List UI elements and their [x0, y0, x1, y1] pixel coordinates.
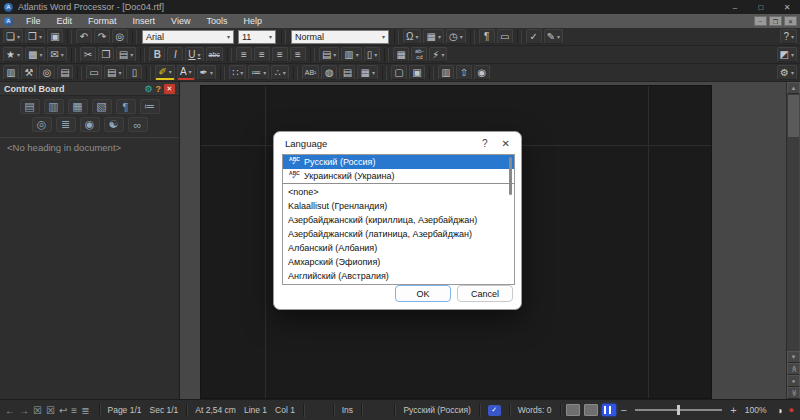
- menu-edit[interactable]: Edit: [49, 14, 81, 28]
- save-special-button[interactable]: ▩: [25, 47, 45, 62]
- status-section[interactable]: Sec 1/1: [150, 405, 179, 415]
- insert-table-button[interactable]: ▦: [357, 65, 377, 80]
- insert-field-button[interactable]: ▤: [339, 65, 355, 80]
- help-button[interactable]: ?: [780, 29, 797, 44]
- languages-pane-button[interactable]: ☯: [104, 117, 124, 132]
- attachments-pane-button[interactable]: ∞: [128, 117, 148, 132]
- cut-button[interactable]: ✂: [80, 47, 96, 62]
- close-button[interactable]: ✕: [774, 0, 800, 14]
- zoom-out-icon[interactable]: −: [618, 404, 628, 416]
- find-button[interactable]: ◎: [112, 29, 128, 44]
- full-screen-button[interactable]: ▭: [497, 29, 513, 44]
- panel-help-icon[interactable]: ?: [156, 84, 162, 94]
- mdi-close-button[interactable]: ✕: [784, 16, 797, 26]
- status-word-count[interactable]: Words: 0: [518, 405, 552, 415]
- language-list-item[interactable]: Азербайджанский (кириллица, Азербайджан): [283, 213, 514, 227]
- color-theme-button[interactable]: ◩: [777, 47, 797, 62]
- vertical-scrollbar[interactable]: ▲ ▼ ≪ ● ≫: [786, 82, 799, 399]
- style-combo[interactable]: Normal: [291, 30, 389, 44]
- scroll-up-icon[interactable]: ▲: [787, 82, 800, 94]
- notification-bell-icon[interactable]: ●: [789, 405, 794, 415]
- clear-all-markers-icon[interactable]: ☒: [46, 405, 55, 416]
- align-right-button[interactable]: ≡: [272, 47, 288, 62]
- status-column[interactable]: Col 1: [275, 405, 295, 415]
- font-size-combo[interactable]: 11: [238, 30, 276, 44]
- goto-start-icon[interactable]: ≡: [71, 405, 77, 416]
- underline-button[interactable]: U: [185, 47, 203, 62]
- zoom-level[interactable]: 100%: [745, 405, 767, 415]
- language-list-item[interactable]: <none>: [283, 185, 514, 199]
- online-view-button[interactable]: [584, 404, 598, 416]
- headings-pane-button[interactable]: ▤: [20, 99, 40, 114]
- autoformat-button[interactable]: ⚡: [429, 47, 447, 62]
- minimize-button[interactable]: –: [722, 0, 748, 14]
- panel-settings-icon[interactable]: ⚙: [144, 84, 152, 94]
- zoom-slider[interactable]: [635, 409, 722, 411]
- justify-button[interactable]: ≡: [290, 47, 306, 62]
- browse-object-button[interactable]: ◍: [321, 65, 337, 80]
- styles-sheet-button[interactable]: ▯: [126, 65, 142, 80]
- status-line[interactable]: Line 1: [244, 405, 267, 415]
- numbering-button[interactable]: ≔: [248, 65, 269, 80]
- browse-object-icon[interactable]: ●: [787, 375, 800, 387]
- language-list-item[interactable]: Албанский (Албания): [283, 241, 514, 255]
- paragraph-pane-button[interactable]: ≣: [56, 117, 76, 132]
- document-backup-button[interactable]: ▯: [364, 47, 381, 62]
- mdi-minimize-button[interactable]: –: [754, 16, 767, 26]
- undo-jump-icon[interactable]: ↩: [59, 405, 67, 416]
- columns-button[interactable]: ▥: [438, 65, 454, 80]
- contrast-mode-icon[interactable]: ◑: [777, 405, 783, 416]
- open-document-button[interactable]: ❒: [25, 29, 45, 44]
- copy-button[interactable]: ❐: [98, 47, 114, 62]
- insert-symbol-button[interactable]: Ω: [403, 29, 422, 44]
- cancel-button[interactable]: Cancel: [457, 285, 513, 302]
- eraser-button[interactable]: ▭: [86, 65, 102, 80]
- outline-pane-button[interactable]: ≔: [140, 99, 160, 114]
- hyphenation-button[interactable]: ab- cd: [411, 47, 427, 62]
- autocorrect-button[interactable]: ▦: [423, 29, 443, 44]
- send-mail-button[interactable]: ✉: [47, 47, 66, 62]
- copy-formatting-button[interactable]: ▤: [319, 47, 339, 62]
- maximize-button[interactable]: □: [748, 0, 774, 14]
- page-setup-button[interactable]: ▤: [104, 65, 124, 80]
- language-listbox[interactable]: ABC✓ Русский (Россия) ABC✓ Украинский (У…: [282, 154, 515, 285]
- format-painter-button[interactable]: ✒: [197, 65, 216, 80]
- screenshot-button[interactable]: ◉: [474, 65, 490, 80]
- backup-copies-button[interactable]: ▥: [3, 65, 19, 80]
- language-tools-button[interactable]: ✎: [544, 29, 563, 44]
- language-list-item[interactable]: ABC✓ Украинский (Украина): [283, 169, 514, 183]
- strikethrough-button[interactable]: abc: [206, 47, 223, 62]
- menu-insert[interactable]: Insert: [125, 14, 164, 28]
- status-page[interactable]: Page 1/1: [107, 405, 141, 415]
- favorites-button[interactable]: ★: [3, 47, 23, 62]
- menu-tools[interactable]: Tools: [198, 14, 235, 28]
- bookmarks-pane-button[interactable]: ▧: [92, 99, 112, 114]
- fields-pane-button[interactable]: ▦: [68, 99, 88, 114]
- draft-view-button[interactable]: [566, 404, 580, 416]
- styles-pane-button[interactable]: ▥: [44, 99, 64, 114]
- nav-forward-icon[interactable]: →: [19, 405, 29, 416]
- spellcheck-button[interactable]: ✓: [526, 29, 542, 44]
- text-frame-button[interactable]: ▢: [391, 65, 407, 80]
- language-list-item-selected[interactable]: ABC✓ Русский (Россия): [283, 155, 514, 169]
- align-left-button[interactable]: ≡: [236, 47, 252, 62]
- highlighter-button[interactable]: ✐: [155, 65, 174, 80]
- document-properties-button[interactable]: ⚒: [21, 65, 37, 80]
- scrollbar-thumb[interactable]: [788, 95, 799, 137]
- language-list-item[interactable]: Английский (Австралия): [283, 269, 514, 283]
- print-copy-button[interactable]: ▦: [393, 47, 409, 62]
- language-list-item[interactable]: Амхарский (Эфиопия): [283, 255, 514, 269]
- ok-button[interactable]: OK: [395, 285, 451, 302]
- search-pane-button[interactable]: ◉: [80, 117, 100, 132]
- insert-object-button[interactable]: ⇧: [456, 65, 472, 80]
- bullets-button[interactable]: ∷: [229, 65, 246, 80]
- paste-button[interactable]: ▤: [116, 47, 136, 62]
- list-scrollbar-thumb[interactable]: [509, 157, 512, 195]
- clear-marker-icon[interactable]: ☒: [33, 405, 42, 416]
- status-language[interactable]: Русский (Россия): [403, 405, 470, 415]
- insert-date-time-button[interactable]: ◷: [446, 29, 466, 44]
- zoom-pane-button[interactable]: ◎: [32, 117, 52, 132]
- mdi-restore-button[interactable]: ❐: [769, 16, 782, 26]
- language-list-item[interactable]: Kalaallisut (Гренландия): [283, 199, 514, 213]
- menu-help[interactable]: Help: [235, 14, 270, 28]
